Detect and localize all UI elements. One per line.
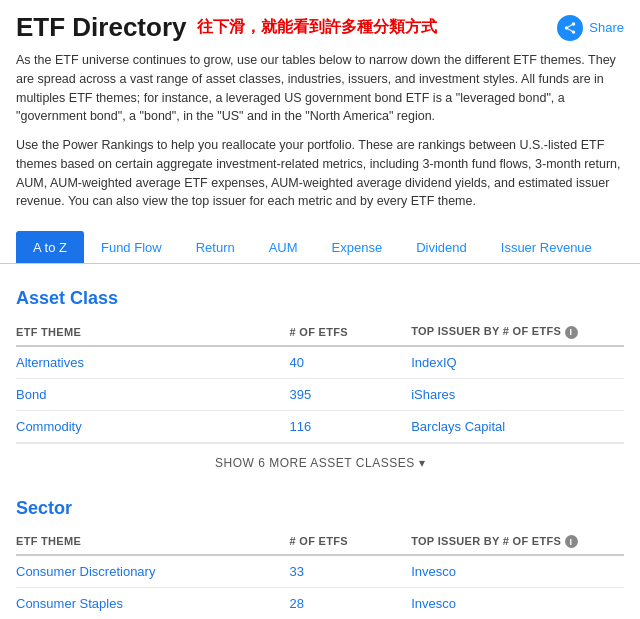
sector-issuer-consumer-staples[interactable]: Invesco bbox=[411, 588, 624, 620]
table-row: Consumer Staples 28 Invesco bbox=[16, 588, 624, 620]
sector-table-header: ETF THEME # OF ETFs TOP ISSUER BY # OF E… bbox=[16, 529, 624, 556]
asset-class-info-icon[interactable]: i bbox=[565, 326, 578, 339]
asset-class-title: Asset Class bbox=[16, 288, 624, 309]
sector-theme-consumer-disc[interactable]: Consumer Discretionary bbox=[16, 555, 290, 588]
asset-class-issuer-bond[interactable]: iShares bbox=[411, 378, 624, 410]
sector-etfs-consumer-disc: 33 bbox=[290, 555, 412, 588]
asset-class-section: Asset Class ETF THEME # OF ETFs TOP ISSU… bbox=[0, 272, 640, 482]
share-icon[interactable] bbox=[557, 15, 583, 41]
sector-issuer-consumer-disc[interactable]: Invesco bbox=[411, 555, 624, 588]
share-area: Share bbox=[557, 15, 624, 41]
sector-col-etfs: # OF ETFs bbox=[290, 529, 412, 556]
share-svg-icon bbox=[563, 21, 577, 35]
tab-expense[interactable]: Expense bbox=[315, 231, 400, 263]
description-area: As the ETF universe continues to grow, u… bbox=[0, 51, 640, 231]
asset-class-theme-bond[interactable]: Bond bbox=[16, 378, 290, 410]
tab-issuer-revenue[interactable]: Issuer Revenue bbox=[484, 231, 609, 263]
asset-class-theme-alternatives[interactable]: Alternatives bbox=[16, 346, 290, 379]
asset-class-table: ETF THEME # OF ETFs TOP ISSUER BY # OF E… bbox=[16, 319, 624, 443]
tab-dividend[interactable]: Dividend bbox=[399, 231, 484, 263]
description-para1: As the ETF universe continues to grow, u… bbox=[16, 51, 624, 126]
asset-class-table-header: ETF THEME # OF ETFs TOP ISSUER BY # OF E… bbox=[16, 319, 624, 346]
asset-class-issuer-commodity[interactable]: Barclays Capital bbox=[411, 410, 624, 442]
table-row: Consumer Discretionary 33 Invesco bbox=[16, 555, 624, 588]
sector-etfs-consumer-staples: 28 bbox=[290, 588, 412, 620]
table-row: Commodity 116 Barclays Capital bbox=[16, 410, 624, 442]
tab-bar: A to Z Fund Flow Return AUM Expense Divi… bbox=[0, 231, 640, 264]
tab-return[interactable]: Return bbox=[179, 231, 252, 263]
page-header: ETF Directory 往下滑，就能看到許多種分類方式 Share bbox=[0, 0, 640, 51]
tab-a-to-z[interactable]: A to Z bbox=[16, 231, 84, 263]
sector-info-icon[interactable]: i bbox=[565, 535, 578, 548]
tab-aum[interactable]: AUM bbox=[252, 231, 315, 263]
asset-class-etfs-commodity: 116 bbox=[290, 410, 412, 442]
asset-class-etfs-bond: 395 bbox=[290, 378, 412, 410]
description-para2: Use the Power Rankings to help you reall… bbox=[16, 136, 624, 211]
header-annotation: 往下滑，就能看到許多種分類方式 bbox=[197, 17, 437, 38]
asset-class-theme-commodity[interactable]: Commodity bbox=[16, 410, 290, 442]
asset-class-issuer-alternatives[interactable]: IndexIQ bbox=[411, 346, 624, 379]
sector-title: Sector bbox=[16, 498, 624, 519]
table-row: Bond 395 iShares bbox=[16, 378, 624, 410]
table-row: Alternatives 40 IndexIQ bbox=[16, 346, 624, 379]
asset-class-col-theme: ETF THEME bbox=[16, 319, 290, 346]
sector-table: ETF THEME # OF ETFs TOP ISSUER BY # OF E… bbox=[16, 529, 624, 620]
page-title: ETF Directory bbox=[16, 12, 187, 43]
asset-class-col-issuer: TOP ISSUER BY # OF ETFs i bbox=[411, 319, 624, 346]
asset-class-etfs-alternatives: 40 bbox=[290, 346, 412, 379]
sector-theme-consumer-staples[interactable]: Consumer Staples bbox=[16, 588, 290, 620]
chevron-down-icon: ▾ bbox=[419, 456, 426, 470]
show-more-asset-classes[interactable]: SHOW 6 MORE ASSET CLASSES ▾ bbox=[16, 443, 624, 482]
asset-class-col-etfs: # OF ETFs bbox=[290, 319, 412, 346]
sector-col-issuer: TOP ISSUER BY # OF ETFs i bbox=[411, 529, 624, 556]
tab-fund-flow[interactable]: Fund Flow bbox=[84, 231, 179, 263]
sector-section: Sector ETF THEME # OF ETFs TOP ISSUER BY… bbox=[0, 482, 640, 620]
sector-col-theme: ETF THEME bbox=[16, 529, 290, 556]
share-label[interactable]: Share bbox=[589, 20, 624, 35]
